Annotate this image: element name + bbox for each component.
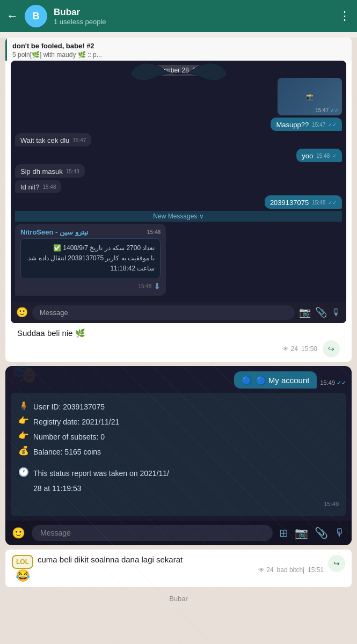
post-subtitle: 5 poin[🌿] with maudy 🌿 :: p... [12, 51, 346, 58]
emoji-icon-2[interactable]: 🙂 [12, 526, 25, 539]
wa-msg-id-num: 2039137075 15:48 ✓✓ [15, 195, 342, 209]
camera-icon-2[interactable]: 📷 [295, 526, 308, 539]
status-line: 🕐 This status report was taken on 2021/1… [18, 466, 339, 496]
wa-msg-id: Id nit? 15:48 [15, 180, 342, 193]
grid-icon[interactable]: ⊞ [279, 526, 288, 539]
share-button[interactable]: ↪ [323, 340, 340, 357]
wa-msg-sip: Sip dh masuk 15:48 [15, 164, 342, 178]
post-card-1: don't be fooled, babe! #2 5 poin[🌿] with… [5, 38, 352, 362]
wa-msg-yoo: yoo 15:48 ✓ [15, 149, 342, 162]
mic-icon-2[interactable]: 🎙 [334, 526, 345, 539]
post3-content: cuma beli dikit soalnna dana lagi sekara… [38, 555, 324, 583]
attachment-icon-2[interactable]: 📎 [315, 526, 328, 539]
account-msg-time: 15:49 [320, 379, 335, 386]
nitro-content: تعداد 2700 سکه در تاریخ 1400/9/7 ✅ با مو… [20, 238, 161, 279]
post-meta: 👁 24 15:50 ↪ [17, 340, 340, 357]
post3-share-button[interactable]: ↪ [328, 555, 345, 572]
wa-msg-wait: Wait tak cek dlu 15:47 [15, 133, 342, 147]
finger-icon-1: 👉 [18, 414, 29, 427]
wa-msg-nitro: NitroSeen - نیترو سین 15:48 تعداد 2700 س… [15, 224, 342, 296]
balance-line: 💰 Balance: 5165 coins [18, 444, 339, 459]
clock-icon: 🕐 [18, 466, 29, 479]
wa-msg-masupp: Masupp?? 15:47 ✓✓ [15, 118, 342, 131]
chat-header: ← B Bubar 1 useless people ⋮ [0, 0, 357, 32]
download-icon: ⬇ [154, 281, 161, 291]
wa-screenshot: November 28, 2021 📸 15:47 ✓✓ Masu [11, 61, 346, 323]
post3-badge: bad bitchj [277, 566, 304, 574]
user-id-text: User ID: 2039137075 [33, 399, 339, 414]
info-time: 15:49 [18, 498, 339, 510]
post-header: don't be fooled, babe! #2 5 poin[🌿] with… [5, 38, 352, 61]
person-icon: 🧍 [18, 399, 29, 412]
registry-line: 👉 Registry date: 2021/11/21 [18, 414, 339, 429]
nitro-header: NitroSeen - نیترو سین 15:48 [20, 228, 161, 236]
chat-subtitle: 1 useless people [54, 18, 332, 26]
registry-text: Registry date: 2021/11/21 [33, 414, 339, 429]
account-msg-ticks: ✓✓ [337, 379, 346, 386]
post3-views: 👁 24 [258, 566, 274, 574]
card-input-bar: 🙂 Message ⊞ 📷 📎 🎙 [5, 521, 352, 545]
subsets-text: Number of subsets: 0 [33, 429, 339, 444]
post-title: don't be fooled, babe! #2 [12, 42, 346, 50]
my-account-msg: 🔵 🔵 My account 15:49 ✓✓ [5, 366, 352, 391]
footer-label: Bubar [0, 590, 357, 607]
avatar[interactable]: B [25, 5, 47, 27]
post-time: 15:50 [301, 345, 317, 353]
balance-text: Balance: 5165 coins [33, 444, 339, 459]
back-button[interactable]: ← [6, 10, 18, 22]
post3-meta: 👁 24 bad bitchj 15:51 [38, 566, 324, 574]
post3-text: cuma beli dikit soalnna dana lagi sekara… [38, 555, 324, 564]
chat-card-2: 🔵 🔵 My account 15:49 ✓✓ 🧍 User ID: 20391… [5, 366, 352, 545]
user-id-line: 🧍 User ID: 2039137075 [18, 399, 339, 414]
image-preview: 📸 [306, 93, 314, 100]
mic-icon[interactable]: 🎙 [331, 307, 341, 318]
post3-time: 15:51 [308, 566, 324, 574]
menu-button[interactable]: ⋮ [339, 9, 351, 23]
chat-area: 🎯 🔔 📎 🔧 🎭 don't be fooled, babe! #2 5 po… [0, 38, 357, 644]
finger-icon-2: 👉 [18, 429, 29, 442]
message-input[interactable]: Message [32, 305, 295, 320]
post-caption: Suddaa beli nie 🌿 👁 24 15:50 ↪ [11, 323, 346, 362]
wa-messages: 📸 15:47 ✓✓ Masupp?? 15:47 ✓✓ Wait tak [11, 78, 346, 302]
status-text: This status report was taken on 2021/11/… [33, 466, 339, 496]
mustache-sticker [125, 61, 232, 92]
header-info[interactable]: Bubar 1 useless people [54, 7, 332, 26]
caption-text: Suddaa beli nie 🌿 [17, 328, 340, 338]
card-message-input[interactable]: Message [32, 525, 273, 541]
new-messages-divider: New Messages ∨ [15, 211, 342, 222]
post-views: 👁 24 [282, 345, 298, 353]
lol-sticker: LOL 😂 [12, 555, 33, 583]
my-account-bubble: 🔵 🔵 My account [234, 371, 317, 389]
nitro-time: 15:48 [138, 283, 151, 289]
emoji-icon[interactable]: 🙂 [16, 306, 28, 318]
camera-icon[interactable]: 📷 [299, 306, 311, 318]
money-icon: 💰 [18, 444, 29, 457]
account-info-bubble: 🧍 User ID: 2039137075 👉 Registry date: 2… [11, 393, 346, 516]
wa-input-bar: 🙂 Message 📷 📎 🎙 [11, 302, 346, 323]
subsets-line: 👉 Number of subsets: 0 [18, 429, 339, 444]
attachment-icon[interactable]: 📎 [315, 306, 327, 318]
account-icon: 🔵 [242, 376, 252, 385]
chat-name: Bubar [54, 7, 332, 18]
post-card-3: LOL 😂 cuma beli dikit soalnna dana lagi … [5, 550, 352, 587]
